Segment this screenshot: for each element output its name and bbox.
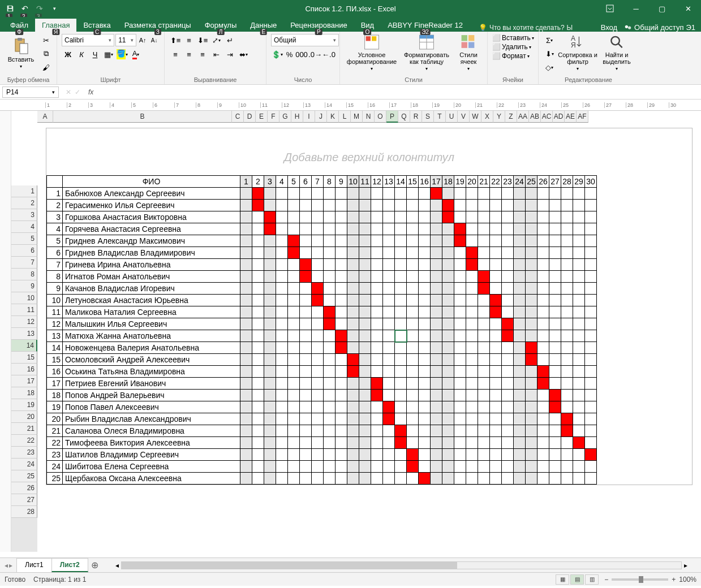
col-header-Q[interactable]: Q	[398, 111, 410, 123]
col-header-AB[interactable]: AB	[529, 111, 541, 123]
increase-font-icon[interactable]: A↑	[137, 34, 148, 46]
col-header-AE[interactable]: AE	[565, 111, 577, 123]
data-table[interactable]: ФИО1234567891011121314151617181920212223…	[46, 175, 597, 485]
table-row[interactable]: 18Попов Андрей Валерьевич	[47, 390, 597, 401]
row-header-28[interactable]: 28	[11, 506, 37, 518]
col-header-M[interactable]: M	[351, 111, 363, 123]
table-row[interactable]: 6Гриднев Владислав Владимирович	[47, 247, 597, 259]
row-header-16[interactable]: 16	[11, 364, 37, 375]
row-header-21[interactable]: 21	[11, 423, 37, 435]
merge-cells-icon[interactable]: ⬌▾	[237, 48, 250, 60]
italic-button[interactable]: К	[75, 48, 88, 60]
accounting-format-icon[interactable]: 💲▾	[271, 48, 283, 60]
col-header-T[interactable]: T	[434, 111, 446, 123]
cancel-formula-icon[interactable]: ✕	[66, 88, 71, 96]
tab-data[interactable]: ДанныеЁ	[243, 19, 283, 32]
decrease-indent-icon[interactable]: ⇤	[210, 48, 222, 60]
table-row[interactable]: 2Герасименко Илья Сергеевич	[47, 200, 597, 211]
header-placeholder[interactable]: Добавьте верхний колонтитул	[46, 140, 692, 175]
sheet-nav-last-icon[interactable]: ▸	[9, 561, 12, 569]
sheet-nav-first-icon[interactable]: ◂	[5, 561, 8, 569]
cut-icon[interactable]: ✂	[40, 34, 52, 46]
col-header-C[interactable]: C	[232, 111, 244, 123]
sort-filter-button[interactable]: AЯ Сортировка и фильтр▾	[558, 34, 597, 71]
zoom-level[interactable]: 100%	[679, 576, 696, 583]
format-painter-icon[interactable]: 🖌	[40, 61, 52, 74]
tab-abbyy[interactable]: ABBYY FineReader 12Э2	[381, 19, 470, 32]
tab-file[interactable]: ФайлФ	[3, 19, 35, 32]
col-header-I[interactable]: I	[303, 111, 315, 123]
percent-format-icon[interactable]: %	[285, 48, 294, 60]
table-row[interactable]: 17Петриев Евгений Иванович	[47, 378, 597, 390]
row-header-14[interactable]: 14	[11, 340, 37, 352]
comma-format-icon[interactable]: 000	[295, 48, 308, 60]
row-header-18[interactable]: 18	[11, 387, 37, 399]
tab-insert[interactable]: ВставкаС	[76, 19, 117, 32]
share-button[interactable]: Общий доступЭ1	[624, 23, 695, 32]
table-row[interactable]: 16Оськина Татьяна Владимировна	[47, 366, 597, 378]
col-header-S[interactable]: S	[422, 111, 434, 123]
row-header-22[interactable]: 22	[11, 435, 37, 447]
add-sheet-button[interactable]: ⊕	[88, 560, 102, 570]
row-header-20[interactable]: 20	[11, 411, 37, 423]
align-center-icon[interactable]: ≡	[183, 48, 195, 60]
table-row[interactable]: 8Игнатов Роман Анатольевич	[47, 271, 597, 283]
clear-icon[interactable]: ◇▾	[543, 61, 556, 74]
col-header-D[interactable]: D	[244, 111, 256, 123]
page-break-view-icon[interactable]: ▥	[585, 574, 599, 585]
find-select-button[interactable]: Найти и выделить▾	[600, 34, 634, 71]
orientation-icon[interactable]: ⤢▾	[210, 34, 222, 46]
table-row[interactable]: 23Шатилов Владимир Сергеевич	[47, 449, 597, 461]
col-header-L[interactable]: L	[339, 111, 351, 123]
align-top-icon[interactable]: ⬆≡	[169, 34, 182, 46]
table-row[interactable]: 21Саланова Олеся Владимировна	[47, 425, 597, 437]
fill-color-icon[interactable]: 🪣▾	[116, 48, 128, 60]
col-header-G[interactable]: G	[279, 111, 291, 123]
sign-in-link[interactable]: Вход	[601, 23, 617, 32]
redo-icon[interactable]: ↷3	[33, 2, 46, 15]
undo-icon[interactable]: ↶2	[18, 2, 32, 15]
fill-icon[interactable]: ⬇▾	[543, 47, 556, 60]
format-as-table-button[interactable]: Форматировать как таблицу▾	[401, 34, 452, 71]
table-row[interactable]: 22Тимофеева Виктория Алексеевна	[47, 437, 597, 449]
col-header-K[interactable]: K	[327, 111, 339, 123]
paste-button[interactable]: Вставить ▾	[5, 34, 37, 71]
align-middle-icon[interactable]: ≡	[183, 34, 195, 46]
table-row[interactable]: 12Малышкин Илья Сергеевич	[47, 318, 597, 330]
name-box[interactable]: P14▾	[2, 87, 59, 98]
col-header-H[interactable]: H	[291, 111, 303, 123]
row-header-17[interactable]: 17	[11, 375, 37, 387]
font-name-combo[interactable]: Calibri▾	[62, 34, 114, 46]
insert-cells-button[interactable]: ⬜ Вставить ▾	[492, 34, 534, 42]
col-header-B[interactable]: B	[53, 111, 232, 123]
table-row[interactable]: 7Гринева Ирина Анатольевна	[47, 259, 597, 271]
horizontal-scrollbar[interactable]: ◂ ▸	[113, 561, 690, 569]
row-header-8[interactable]: 8	[11, 269, 37, 280]
table-row[interactable]: 1Бабнюхов Александр Сергеевич	[47, 188, 597, 200]
col-header-V[interactable]: V	[458, 111, 470, 123]
table-row[interactable]: 24Шибитова Елена Сергеевна	[47, 461, 597, 473]
row-header-6[interactable]: 6	[11, 245, 37, 257]
row-header-27[interactable]: 27	[11, 494, 37, 506]
tab-formulas[interactable]: ФормулыЛ	[198, 19, 244, 32]
row-header-3[interactable]: 3	[11, 209, 37, 221]
row-header-10[interactable]: 10	[11, 292, 37, 304]
format-cells-button[interactable]: ⬜ Формат ▾	[492, 52, 534, 60]
row-header-24[interactable]: 24	[11, 459, 37, 470]
font-size-combo[interactable]: 11▾	[115, 34, 136, 46]
formula-input[interactable]	[97, 87, 701, 98]
save-icon[interactable]: 1	[3, 2, 17, 15]
table-row[interactable]: 13Матюха Жанна Анатольевна	[47, 330, 597, 342]
col-header-AF[interactable]: AF	[577, 111, 588, 123]
col-header-U[interactable]: U	[446, 111, 458, 123]
increase-indent-icon[interactable]: ⇥	[223, 48, 236, 60]
table-row[interactable]: 9Качанов Владислав Игоревич	[47, 283, 597, 295]
align-bottom-icon[interactable]: ⬇≡	[196, 34, 209, 46]
maximize-icon[interactable]: ▢	[649, 0, 675, 17]
col-header-N[interactable]: N	[363, 111, 375, 123]
row-header-1[interactable]: 1	[11, 185, 37, 197]
increase-decimal-icon[interactable]: .0→	[309, 48, 321, 60]
zoom-in-icon[interactable]: +	[672, 576, 676, 583]
autosum-icon[interactable]: Σ▾	[543, 34, 556, 46]
col-header-AC[interactable]: AC	[541, 111, 553, 123]
